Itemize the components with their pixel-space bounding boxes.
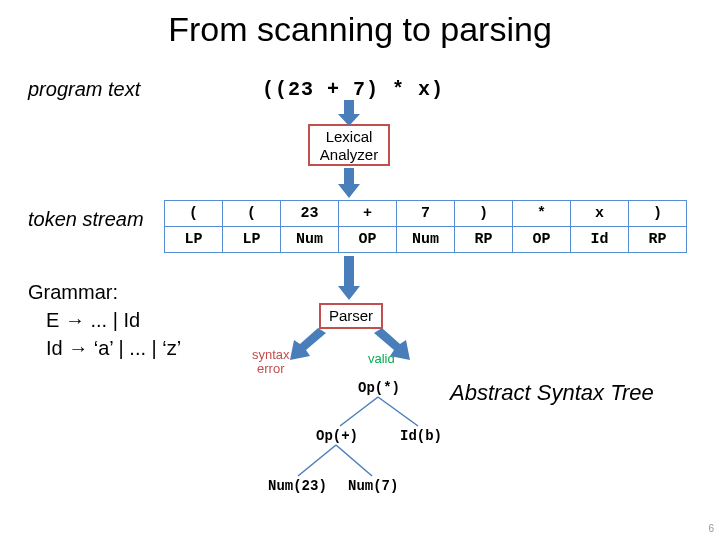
svg-line-6 (378, 397, 418, 426)
page-number: 6 (708, 523, 714, 534)
svg-line-8 (336, 445, 372, 476)
token-stream-label: token stream (28, 208, 144, 231)
token-cell: LP (223, 227, 281, 253)
token-cell: Id (571, 227, 629, 253)
grammar-block: Grammar: E → ... | Id Id → ‘a’ | ... | ‘… (28, 278, 181, 362)
slide-title: From scanning to parsing (0, 0, 720, 49)
tree-node-id-b: Id(b) (400, 428, 442, 444)
syntax-error-label: syntax error (252, 348, 290, 376)
token-cell: ( (165, 201, 223, 227)
token-cell: Num (397, 227, 455, 253)
svg-line-7 (298, 445, 336, 476)
token-cell: RP (629, 227, 687, 253)
token-cell: ( (223, 201, 281, 227)
tree-node-op-plus: Op(+) (316, 428, 358, 444)
token-cell: * (513, 201, 571, 227)
token-cell: RP (455, 227, 513, 253)
svg-marker-3 (290, 328, 326, 360)
svg-marker-1 (338, 168, 360, 198)
svg-line-5 (340, 397, 378, 426)
parser-box: Parser (319, 303, 383, 329)
svg-marker-2 (338, 256, 360, 300)
svg-marker-0 (338, 100, 360, 126)
ast-label: Abstract Syntax Tree (450, 380, 654, 406)
tree-node-num23: Num(23) (268, 478, 327, 494)
lex-line1: Lexical (326, 128, 373, 145)
token-cell: OP (339, 227, 397, 253)
program-text-code: ((23 + 7) * x) (262, 78, 444, 101)
valid-label: valid (368, 351, 395, 366)
token-cell: x (571, 201, 629, 227)
grammar-rule-1: E → ... | Id (28, 306, 181, 334)
token-table: ( ( 23 + 7 ) * x ) LP LP Num OP Num RP O… (164, 200, 687, 253)
token-cell: 23 (281, 201, 339, 227)
token-cell: ) (629, 201, 687, 227)
tree-node-root: Op(*) (358, 380, 400, 396)
program-text-label: program text (28, 78, 140, 101)
token-cell: + (339, 201, 397, 227)
token-cell: Num (281, 227, 339, 253)
token-cell: ) (455, 201, 513, 227)
token-cell: 7 (397, 201, 455, 227)
token-cell: LP (165, 227, 223, 253)
lexical-analyzer-box: Lexical Analyzer (308, 124, 390, 166)
tree-node-num7: Num(7) (348, 478, 398, 494)
token-cell: OP (513, 227, 571, 253)
grammar-title: Grammar: (28, 278, 181, 306)
lex-line2: Analyzer (320, 146, 378, 163)
grammar-rule-2: Id → ‘a’ | ... | ‘z’ (28, 334, 181, 362)
